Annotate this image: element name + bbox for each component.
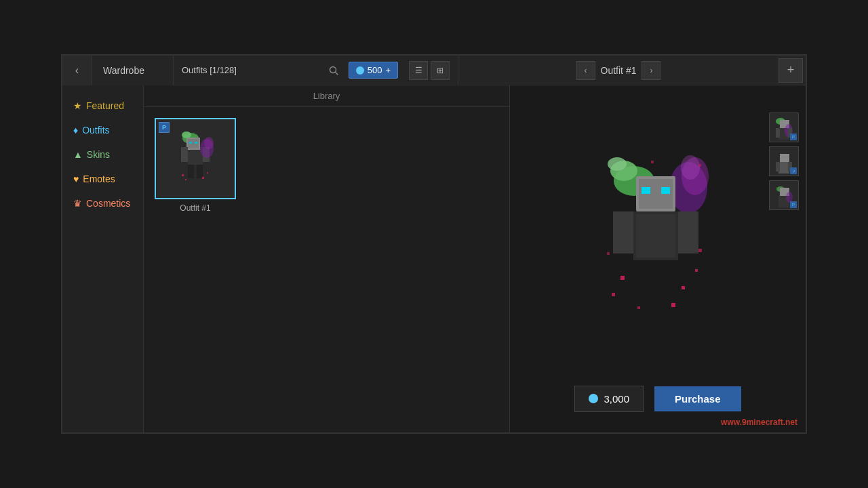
svg-rect-42 (637, 306, 640, 309)
preview-character-svg (583, 144, 732, 333)
person-icon: ▲ (73, 149, 83, 160)
svg-rect-12 (197, 165, 203, 178)
purchase-button[interactable]: Purchase (654, 386, 741, 411)
svg-rect-40 (612, 293, 615, 296)
svg-rect-16 (202, 177, 204, 179)
svg-rect-53 (780, 154, 789, 162)
thumb-badge-1: P (790, 134, 797, 140)
svg-point-14 (204, 137, 214, 149)
content-area: ★ Featured ♦ Outfits ▲ Skins ♥ Emotes ♛ … (62, 85, 806, 432)
library-header: Library (144, 85, 509, 107)
svg-rect-43 (698, 249, 702, 252)
svg-rect-17 (207, 172, 208, 174)
svg-rect-33 (613, 211, 633, 253)
svg-rect-46 (698, 164, 701, 167)
price-box: 3,000 (574, 386, 644, 412)
preview-character: P ↗ (510, 99, 806, 378)
svg-line-1 (335, 72, 338, 75)
outfits-section: Outfits [1/128] 500 + ☰ ⊞ (174, 56, 458, 85)
coins-value: 500 (368, 65, 382, 75)
thumbnail-1[interactable]: P (769, 113, 799, 142)
svg-rect-41 (671, 303, 675, 307)
thumb-badge-2: ↗ (790, 167, 797, 174)
outfit-title: Outfit #1 (601, 65, 637, 76)
sidebar-item-skins[interactable]: ▲ Skins (62, 142, 143, 167)
svg-rect-8 (195, 142, 197, 144)
thumbnail-2[interactable]: ↗ (769, 146, 799, 176)
sidebar-item-emotes[interactable]: ♥ Emotes (62, 167, 143, 191)
svg-rect-54 (778, 162, 789, 174)
outfit-card-badge: P (159, 122, 170, 133)
svg-point-24 (681, 155, 700, 180)
svg-rect-37 (620, 276, 625, 280)
library-area: Library P (144, 85, 510, 432)
sidebar-item-featured[interactable]: ★ Featured (62, 94, 143, 118)
svg-rect-38 (682, 286, 685, 289)
svg-rect-35 (633, 260, 652, 298)
price-value: 3,000 (604, 393, 629, 405)
outfit-prev-button[interactable]: ‹ (576, 61, 595, 80)
purchase-bar: 3,000 Purchase (510, 378, 806, 419)
svg-rect-30 (661, 187, 670, 194)
svg-rect-32 (636, 214, 675, 258)
preview-area: P ↗ (510, 85, 806, 432)
svg-rect-18 (185, 179, 186, 180)
sidebar-item-cosmetics[interactable]: ♛ Cosmetics (62, 191, 143, 216)
svg-rect-36 (659, 260, 678, 298)
outfit-card[interactable]: P (155, 118, 236, 199)
svg-rect-55 (776, 162, 780, 171)
outfit-card-label: Outfit #1 (155, 203, 236, 213)
outfit-next-button[interactable]: › (642, 61, 660, 80)
coin-icon (356, 66, 364, 75)
sidebar: ★ Featured ♦ Outfits ▲ Skins ♥ Emotes ♛ … (62, 85, 144, 432)
svg-rect-9 (181, 147, 188, 162)
svg-rect-51 (776, 128, 780, 138)
svg-rect-44 (607, 252, 610, 255)
search-button[interactable] (324, 61, 343, 80)
svg-rect-45 (651, 161, 654, 163)
diamond-icon: ♦ (73, 125, 78, 136)
heart-icon: ♥ (73, 174, 79, 184)
side-thumbnails: P ↗ (769, 113, 799, 210)
wardrobe-window: ‹ Wardrobe Outfits [1/128] 500 + ☰ ⊞ (61, 54, 807, 434)
outfits-label: Outfits [1/128] (182, 65, 319, 75)
svg-rect-34 (678, 211, 698, 253)
library-grid: P (144, 107, 509, 210)
star-icon: ★ (73, 100, 82, 111)
add-outfit-button[interactable]: + (778, 58, 803, 83)
wardrobe-title: Wardrobe (92, 56, 174, 85)
sidebar-item-outfits[interactable]: ♦ Outfits (62, 118, 143, 142)
svg-rect-11 (188, 165, 194, 178)
svg-point-3 (182, 131, 191, 138)
coins-badge: 500 + (349, 62, 398, 79)
list-view-button[interactable]: ☰ (409, 61, 428, 80)
svg-rect-39 (695, 269, 698, 272)
watermark: www.9minecraft.net (721, 418, 797, 427)
outfit-nav: ‹ Outfit #1 › (458, 56, 778, 85)
back-button[interactable]: ‹ (62, 56, 92, 85)
price-coin-icon (589, 394, 598, 403)
thumb-badge-3: P (790, 201, 797, 208)
top-bar: ‹ Wardrobe Outfits [1/128] 500 + ☰ ⊞ (62, 56, 806, 85)
svg-rect-7 (189, 142, 192, 144)
crown-icon: ♛ (73, 198, 82, 209)
thumbnail-3[interactable]: P (769, 180, 799, 210)
svg-rect-28 (642, 187, 650, 194)
svg-rect-15 (182, 174, 184, 176)
svg-point-21 (608, 157, 627, 171)
view-icons: ☰ ⊞ (409, 61, 450, 80)
plus-icon: + (385, 65, 391, 75)
outfit-card-character (172, 128, 219, 189)
grid-view-button[interactable]: ⊞ (431, 61, 450, 80)
